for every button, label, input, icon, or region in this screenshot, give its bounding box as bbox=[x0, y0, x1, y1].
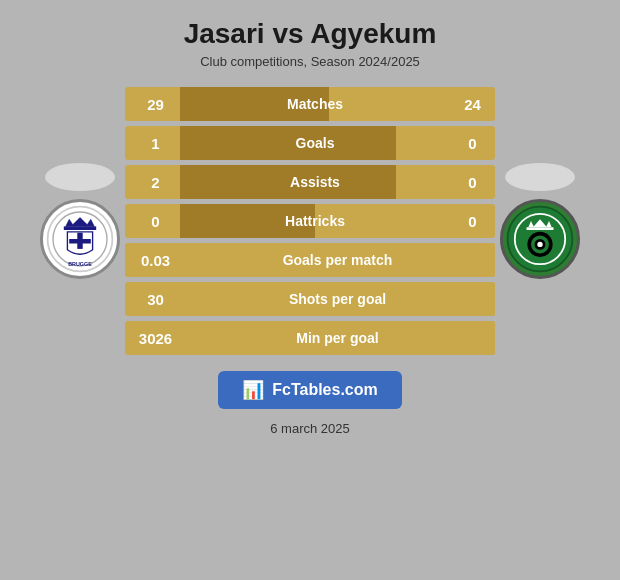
stat-row-goals: 1 Goals 0 bbox=[125, 126, 495, 160]
page-wrapper: Jasari vs Agyekum Club competitions, Sea… bbox=[0, 0, 620, 580]
stat-row-hattricks: 0 Hattricks 0 bbox=[125, 204, 495, 238]
goals-per-match-val: 0.03 bbox=[125, 252, 180, 269]
assists-bar: Assists bbox=[180, 165, 450, 199]
stat-row-goals-per-match: 0.03 Goals per match bbox=[125, 243, 495, 277]
right-ellipse bbox=[505, 163, 575, 191]
matches-left-val: 29 bbox=[125, 96, 180, 113]
assists-right-val: 0 bbox=[450, 174, 495, 191]
svg-point-12 bbox=[537, 242, 542, 247]
svg-text:BRUGGE: BRUGGE bbox=[68, 261, 92, 267]
svg-rect-2 bbox=[64, 226, 96, 230]
goals-right-val: 0 bbox=[450, 135, 495, 152]
cercle-badge bbox=[500, 199, 580, 279]
matches-right-val: 24 bbox=[450, 96, 495, 113]
left-team-logo: BRUGGE bbox=[35, 163, 125, 279]
matches-bar: Matches bbox=[180, 87, 450, 121]
goals-bar: Goals bbox=[180, 126, 450, 160]
fctables-icon: 📊 bbox=[242, 379, 264, 401]
goals-left-val: 1 bbox=[125, 135, 180, 152]
page-subtitle: Club competitions, Season 2024/2025 bbox=[200, 54, 420, 69]
stat-row-assists: 2 Assists 0 bbox=[125, 165, 495, 199]
date-footer: 6 march 2025 bbox=[270, 421, 350, 436]
fctables-logo[interactable]: 📊 FcTables.com bbox=[218, 371, 402, 409]
stats-column: 29 Matches 24 1 Goals 0 2 bbox=[125, 87, 495, 355]
stat-row-matches: 29 Matches 24 bbox=[125, 87, 495, 121]
stat-row-shots-per-goal: 30 Shots per goal bbox=[125, 282, 495, 316]
goals-per-match-bar: Goals per match bbox=[180, 243, 495, 277]
svg-rect-8 bbox=[527, 227, 554, 230]
shots-per-goal-label: Shots per goal bbox=[180, 291, 495, 307]
club-bruges-badge: BRUGGE bbox=[40, 199, 120, 279]
right-team-logo bbox=[495, 163, 585, 279]
hattricks-left-val: 0 bbox=[125, 213, 180, 230]
page-title: Jasari vs Agyekum bbox=[184, 18, 437, 50]
stat-row-min-per-goal: 3026 Min per goal bbox=[125, 321, 495, 355]
goals-per-match-label: Goals per match bbox=[180, 252, 495, 268]
shots-per-goal-val: 30 bbox=[125, 291, 180, 308]
cercle-badge-svg bbox=[504, 203, 576, 275]
main-content: BRUGGE 29 Matches 24 1 Goals bbox=[10, 87, 610, 355]
hattricks-right-val: 0 bbox=[450, 213, 495, 230]
hattricks-label: Hattricks bbox=[180, 213, 450, 229]
matches-label: Matches bbox=[180, 96, 450, 112]
min-per-goal-val: 3026 bbox=[125, 330, 180, 347]
fctables-text: FcTables.com bbox=[272, 381, 378, 399]
hattricks-bar: Hattricks bbox=[180, 204, 450, 238]
shots-per-goal-bar: Shots per goal bbox=[180, 282, 495, 316]
left-ellipse bbox=[45, 163, 115, 191]
bruges-badge-svg: BRUGGE bbox=[44, 203, 116, 275]
goals-label: Goals bbox=[180, 135, 450, 151]
assists-label: Assists bbox=[180, 174, 450, 190]
assists-left-val: 2 bbox=[125, 174, 180, 191]
min-per-goal-bar: Min per goal bbox=[180, 321, 495, 355]
min-per-goal-label: Min per goal bbox=[180, 330, 495, 346]
svg-rect-4 bbox=[69, 239, 91, 244]
